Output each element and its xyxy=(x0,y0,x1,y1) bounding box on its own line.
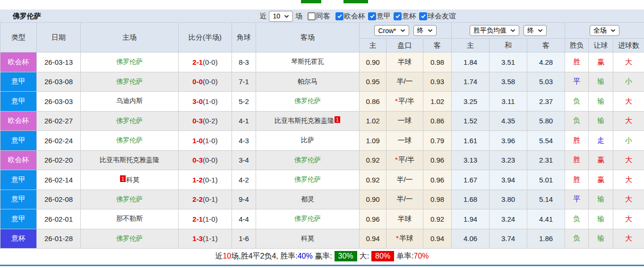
odds-home: 0.92 xyxy=(360,170,386,190)
match-history-table: 类型 日期 主场 比分(半场) 角球 客场 Crow* 终 xyxy=(0,22,644,249)
avg-time-select[interactable]: 终 xyxy=(524,25,547,36)
avg-draw-odds: 3.23 xyxy=(489,150,527,170)
corners: 7-1 xyxy=(232,72,256,92)
avg-away-odds: 1.86 xyxy=(527,229,565,249)
score: 0-3(0-2) xyxy=(179,111,232,131)
match-date: 26-02-24 xyxy=(37,131,81,151)
avg-draw-odds: 4.35 xyxy=(489,111,527,131)
chevron-down-icon xyxy=(510,29,515,32)
corners: 4-3 xyxy=(232,131,256,151)
competition-checkbox[interactable] xyxy=(368,12,376,20)
home-team: 佛罗伦萨 xyxy=(81,72,179,92)
match-date: 26-03-08 xyxy=(37,72,81,92)
page-title: 佛罗伦萨 xyxy=(0,12,41,21)
check-icon xyxy=(421,13,426,19)
table-row: 欧会杯 26-02-20 比亚韦斯托克雅盖隆 0-3(0-0) 3-4 佛罗伦萨… xyxy=(0,150,644,170)
recent-count-select[interactable]: 10 xyxy=(269,11,293,22)
avg-home-odds: 1.94 xyxy=(452,209,489,229)
handicap-line: *半球 xyxy=(386,229,423,249)
cropped-green-tab-button[interactable] xyxy=(301,0,321,3)
team-name: 比亚韦斯托克雅盖隆 xyxy=(275,117,334,124)
match-date: 26-03-13 xyxy=(37,52,81,72)
summary-single-label: 单率: xyxy=(396,251,413,261)
odds-home: 0.86 xyxy=(360,92,386,112)
home-team: 佛罗伦萨 xyxy=(81,52,179,72)
subheader-goals: 进球数 xyxy=(613,39,644,52)
match-date: 26-02-01 xyxy=(37,209,81,229)
column-header-type: 类型 xyxy=(0,23,37,52)
odds-away: 0.98 xyxy=(423,52,452,72)
filter-same-opponent: 同客 xyxy=(308,12,330,21)
result-handicap: 赢 xyxy=(589,150,613,170)
handicap-line: *平/半 xyxy=(386,150,423,170)
avg-draw-odds: 3.51 xyxy=(489,52,527,72)
avg-home-odds: 3.13 xyxy=(452,150,489,170)
home-team: 佛罗伦萨 xyxy=(81,190,179,209)
team-name: 佛罗伦萨 xyxy=(294,97,321,104)
odds-away: 1.02 xyxy=(423,92,452,112)
odds-away: 0.98 xyxy=(423,190,452,209)
same-opponent-checkbox[interactable] xyxy=(308,12,316,20)
score: 1-3(1-1) xyxy=(179,229,232,249)
avg-draw-odds: 3.74 xyxy=(489,229,527,249)
odds-away: 0.93 xyxy=(423,72,452,92)
team-name: 比亚韦斯托克雅盖隆 xyxy=(100,156,159,164)
result-goals: 大 xyxy=(613,52,644,72)
result-wdl: 胜 xyxy=(565,150,589,170)
table-row: 意杯 26-01-28 佛罗伦萨 1-3(1-1) 1-6 科莫 0.94 *半… xyxy=(0,229,644,249)
summary-handicap-label: 赢率: xyxy=(313,251,332,261)
column-header-away: 客场 xyxy=(256,23,360,52)
avg-away-odds: 5.14 xyxy=(527,190,565,209)
competition-label: 欧会杯 xyxy=(344,12,365,21)
score: 2-2(0-1) xyxy=(179,190,232,209)
result-handicap: 走 xyxy=(589,131,613,151)
score: 1-0(1-0) xyxy=(179,131,232,151)
handicap-line: 半/一 xyxy=(386,72,423,92)
away-team: 琴斯托霍瓦 xyxy=(256,52,360,72)
table-row: 意甲 26-02-01 那不勒斯 2-1(1-0) 4-4 佛罗伦萨 0.96 … xyxy=(0,209,644,229)
result-goals: 大 xyxy=(613,209,644,229)
table-row: 意甲 26-02-24 佛罗伦萨 1-0(1-0) 4-3 比萨 1.09 一球… xyxy=(0,131,644,151)
odds-away: 0.96 xyxy=(423,170,452,190)
avg-source-select[interactable]: 胜平负均值 xyxy=(470,25,519,36)
column-header-corners: 角球 xyxy=(232,23,256,52)
scope-select[interactable]: 全场 xyxy=(590,25,619,36)
competition-checkbox[interactable] xyxy=(419,12,427,20)
away-team: 比萨 xyxy=(256,131,360,151)
competition-checkbox[interactable] xyxy=(335,12,343,20)
competition-label: 意杯 xyxy=(402,12,416,21)
result-goals: 大 xyxy=(613,229,644,249)
team-name: 科莫 xyxy=(126,176,139,183)
score: 0-0(0-0) xyxy=(179,72,232,92)
result-wdl: 负 xyxy=(565,229,589,249)
odds-home: 0.95 xyxy=(360,72,386,92)
competition-label: 球会友谊 xyxy=(428,12,456,21)
result-wdl: 负 xyxy=(565,209,589,229)
competition-checkbox[interactable] xyxy=(394,12,402,20)
cropped-green-tab-button[interactable] xyxy=(343,0,368,3)
result-handicap: 输 xyxy=(589,72,613,92)
score: 2-1(0-0) xyxy=(179,52,232,72)
result-goals: 大 xyxy=(613,170,644,190)
team-name: 佛罗伦萨 xyxy=(294,175,321,183)
avg-draw-odds: 3.58 xyxy=(489,72,527,92)
odds-source-select[interactable]: Crow* xyxy=(374,25,409,36)
corners: 1-6 xyxy=(232,229,256,249)
handicap-line: 半/一 xyxy=(386,190,423,209)
avg-away-odds: 5.03 xyxy=(527,72,565,92)
team-name: 佛罗伦萨 xyxy=(116,117,143,124)
corners: 4-2 xyxy=(232,170,256,190)
column-header-home: 主场 xyxy=(81,23,179,52)
odds-time-select[interactable]: 终 xyxy=(413,25,437,36)
odds-away: 0.96 xyxy=(423,150,452,170)
competition-badge: 意甲 xyxy=(0,209,37,229)
avg-away-odds: 4.28 xyxy=(527,52,565,72)
home-team: 佛罗伦萨 xyxy=(81,131,179,151)
table-row: 意甲 26-02-14 1科莫 1-2(0-1) 4-2 佛罗伦萨 0.92 半… xyxy=(0,170,644,190)
filter-competition: 欧会杯 xyxy=(335,12,365,21)
summary-handicap-rate: 30% xyxy=(335,251,357,261)
handicap-line: 半/一 xyxy=(386,170,423,190)
title-bar: 佛罗伦萨 近 10 场 同客 欧会杯意甲意杯球会友谊 xyxy=(0,9,644,22)
same-opponent-label: 同客 xyxy=(316,12,330,21)
summary-bar: 近10场,胜4平2负4, 胜率:40% 赢率:30%大:80%单率:70% xyxy=(0,249,644,264)
